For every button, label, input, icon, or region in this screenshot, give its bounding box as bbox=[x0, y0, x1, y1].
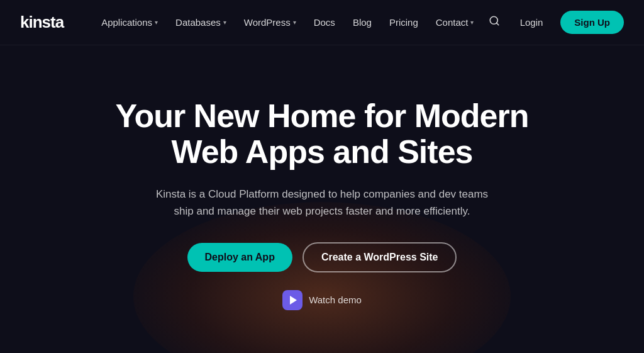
login-button[interactable]: Login bbox=[513, 12, 551, 33]
svg-line-1 bbox=[496, 23, 498, 25]
watch-demo-button[interactable]: Watch demo bbox=[282, 290, 362, 310]
chevron-down-icon: ▾ bbox=[223, 19, 226, 26]
nav-item-contact[interactable]: Contact ▾ bbox=[428, 12, 482, 33]
chevron-down-icon: ▾ bbox=[293, 19, 296, 26]
nav-actions: Login Sign Up bbox=[486, 11, 624, 34]
play-icon bbox=[282, 290, 303, 310]
signup-button[interactable]: Sign Up bbox=[560, 11, 624, 34]
watch-demo-label: Watch demo bbox=[309, 294, 362, 305]
hero-title: Your New Home for Modern Web Apps and Si… bbox=[108, 98, 536, 170]
chevron-down-icon: ▾ bbox=[155, 19, 158, 26]
nav-links: Applications ▾ Databases ▾ WordPress ▾ D… bbox=[94, 12, 486, 33]
chevron-down-icon: ▾ bbox=[470, 19, 474, 26]
hero-buttons: Deploy an App Create a WordPress Site bbox=[187, 242, 457, 272]
nav-item-applications[interactable]: Applications ▾ bbox=[94, 12, 165, 33]
nav-label-wordpress: WordPress bbox=[244, 17, 291, 28]
hero-section: Your New Home for Modern Web Apps and Si… bbox=[0, 45, 644, 353]
nav-label-pricing: Pricing bbox=[389, 17, 418, 28]
nav-label-contact: Contact bbox=[436, 17, 469, 28]
search-icon[interactable] bbox=[486, 13, 502, 32]
nav-item-wordpress[interactable]: WordPress ▾ bbox=[236, 12, 304, 33]
play-triangle-icon bbox=[290, 296, 297, 305]
nav-label-docs: Docs bbox=[314, 17, 335, 28]
nav-item-blog[interactable]: Blog bbox=[345, 12, 379, 33]
hero-subtitle: Kinsta is a Cloud Platform designed to h… bbox=[146, 186, 498, 220]
nav-label-databases: Databases bbox=[175, 17, 221, 28]
navbar: kinsta Applications ▾ Databases ▾ WordPr… bbox=[0, 0, 644, 45]
nav-label-blog: Blog bbox=[353, 17, 372, 28]
create-wordpress-site-button[interactable]: Create a WordPress Site bbox=[303, 242, 457, 272]
nav-item-docs[interactable]: Docs bbox=[306, 12, 343, 33]
nav-label-applications: Applications bbox=[101, 17, 152, 28]
nav-item-pricing[interactable]: Pricing bbox=[382, 12, 426, 33]
logo[interactable]: kinsta bbox=[20, 13, 64, 32]
nav-item-databases[interactable]: Databases ▾ bbox=[168, 12, 234, 33]
deploy-app-button[interactable]: Deploy an App bbox=[187, 243, 292, 272]
